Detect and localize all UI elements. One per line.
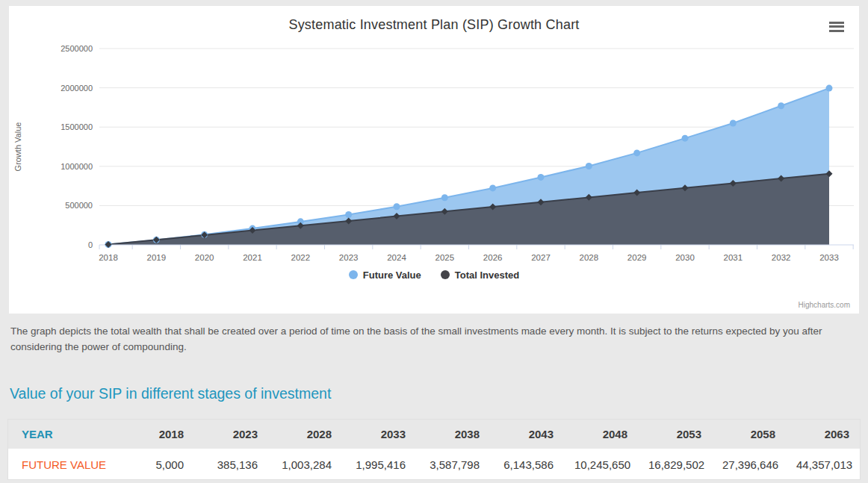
year-header-cell: 2048	[564, 420, 638, 450]
data-point-future-value[interactable]	[586, 163, 592, 169]
x-axis-tick-label: 2032	[772, 253, 791, 262]
future-value-cell: 44,357,013	[786, 450, 860, 479]
data-point-future-value[interactable]	[441, 194, 448, 201]
year-header-cell: 2028	[268, 420, 342, 450]
year-header-cell: 2018	[120, 420, 194, 450]
hamburger-bar	[829, 30, 844, 32]
year-header-cell: 2058	[712, 420, 786, 450]
y-axis-tick-label: 2000000	[61, 84, 93, 93]
table-row: FUTURE VALUE 5,000385,1361,003,2841,995,…	[8, 450, 860, 479]
future-value-cell: 10,245,650	[564, 450, 638, 479]
data-point-future-value[interactable]	[826, 85, 833, 92]
future-value-cell: 27,396,646	[712, 450, 786, 479]
hamburger-bar	[829, 22, 844, 24]
legend-item-future-value[interactable]: Future Value	[349, 269, 421, 281]
growth-chart-plot: 05000001000000150000020000002500000Growt…	[9, 33, 859, 270]
future-value-cell: 1,003,284	[268, 450, 342, 479]
future-value-cell: 16,829,502	[638, 450, 712, 479]
y-axis-tick-label: 0	[88, 240, 93, 249]
x-axis-tick-label: 2019	[147, 253, 167, 262]
year-header-cell: 2053	[638, 420, 712, 450]
y-axis-tick-label: 1000000	[61, 162, 93, 171]
x-axis-tick-label: 2028	[580, 253, 599, 262]
data-point-future-value[interactable]	[633, 149, 640, 156]
future-value-cell: 385,136	[194, 450, 268, 479]
future-value-cell: 1,995,416	[342, 450, 416, 479]
y-axis-tick-label: 2500000	[61, 44, 93, 53]
x-axis-tick-label: 2018	[99, 253, 118, 262]
x-axis-tick-label: 2023	[339, 253, 359, 262]
year-header-cell: 2038	[416, 420, 490, 450]
legend-marker-icon	[349, 270, 358, 279]
hamburger-bar	[829, 25, 844, 28]
x-axis-tick-label: 2027	[531, 253, 551, 262]
x-axis-tick-label: 2020	[195, 253, 214, 262]
sip-stages-table: YEAR 20182023202820332038204320482053205…	[7, 419, 861, 480]
legend-label: Total Invested	[455, 269, 519, 281]
chart-legend: Future ValueTotal Invested	[9, 266, 859, 284]
data-point-future-value[interactable]	[730, 120, 737, 127]
chart-title: Systematic Investment Plan (SIP) Growth …	[9, 6, 859, 33]
future-value-cell: 6,143,586	[490, 450, 564, 479]
future-value-cell: 3,587,798	[416, 450, 490, 479]
x-axis-tick-label: 2022	[291, 253, 311, 262]
data-point-future-value[interactable]	[778, 102, 784, 109]
year-header-cell: 2033	[342, 420, 416, 450]
y-axis-tick-label: 500000	[65, 201, 93, 210]
year-header-cell: 2023	[194, 420, 268, 450]
x-axis-tick-label: 2029	[627, 253, 647, 262]
future-value-cell: 5,000	[120, 450, 194, 479]
x-axis-tick-label: 2021	[243, 253, 262, 262]
future-value-row-label: FUTURE VALUE	[8, 450, 120, 479]
year-header-label: YEAR	[8, 420, 120, 450]
x-axis-tick-label: 2031	[724, 253, 743, 262]
x-axis-tick-label: 2026	[483, 253, 503, 262]
highcharts-credit[interactable]: Highcharts.com	[799, 301, 850, 309]
x-axis-tick-label: 2033	[819, 253, 839, 262]
legend-label: Future Value	[363, 269, 421, 281]
legend-item-total-invested[interactable]: Total Invested	[441, 269, 519, 281]
data-point-future-value[interactable]	[682, 135, 689, 142]
section-heading: Value of your SIP in different stages of…	[10, 385, 868, 402]
x-axis-tick-label: 2030	[675, 253, 695, 262]
year-header-cell: 2043	[490, 420, 564, 450]
y-axis-title: Growth Value	[13, 122, 22, 172]
y-axis-tick-label: 1500000	[61, 122, 93, 131]
x-axis-tick-label: 2024	[387, 253, 406, 262]
data-point-future-value[interactable]	[394, 203, 400, 210]
chart-context-menu-icon[interactable]	[828, 18, 846, 34]
year-header-cell: 2063	[786, 420, 860, 450]
sip-table-wrap: YEAR 20182023202820332038204320482053205…	[7, 419, 861, 480]
sip-chart-card: Systematic Investment Plan (SIP) Growth …	[9, 6, 859, 314]
table-header-row: YEAR 20182023202820332038204320482053205…	[8, 420, 860, 450]
chart-description: The graph depicts the total wealth that …	[10, 324, 847, 355]
data-point-future-value[interactable]	[345, 211, 352, 218]
legend-marker-icon	[441, 270, 450, 279]
x-axis-tick-label: 2025	[435, 253, 455, 262]
data-point-future-value[interactable]	[538, 174, 545, 181]
data-point-future-value[interactable]	[489, 184, 496, 191]
